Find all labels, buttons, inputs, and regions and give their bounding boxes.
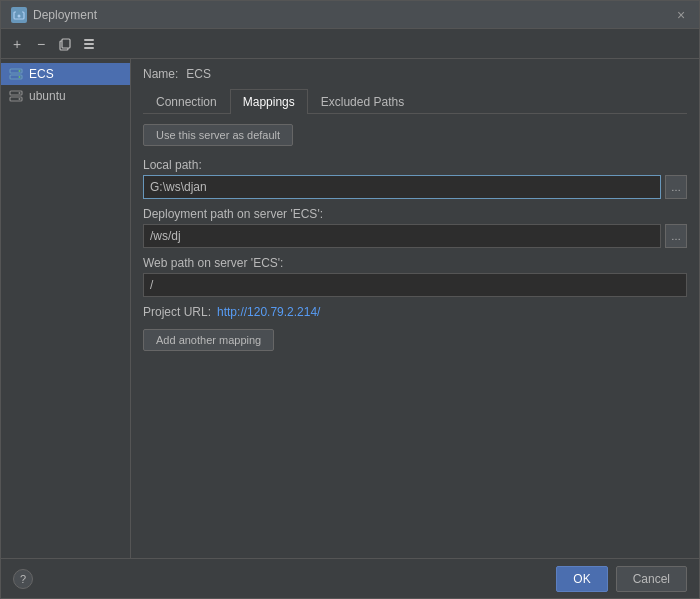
use-default-button[interactable]: Use this server as default: [143, 124, 293, 146]
close-button[interactable]: ×: [673, 7, 689, 23]
sidebar-item-ecs[interactable]: ECS: [1, 63, 130, 85]
svg-point-15: [19, 98, 21, 100]
footer-right: OK Cancel: [556, 566, 687, 592]
web-path-input[interactable]: [143, 273, 687, 297]
local-path-label: Local path:: [143, 158, 687, 172]
local-path-row: …: [143, 175, 687, 199]
move-server-button[interactable]: [79, 34, 99, 54]
deployment-path-row: …: [143, 224, 687, 248]
svg-point-13: [19, 92, 21, 94]
tab-mappings[interactable]: Mappings: [230, 89, 308, 114]
tab-connection[interactable]: Connection: [143, 89, 230, 114]
tab-excluded-paths[interactable]: Excluded Paths: [308, 89, 417, 114]
project-url-link[interactable]: http://120.79.2.214/: [217, 305, 320, 319]
sidebar-item-ubuntu-label: ubuntu: [29, 89, 66, 103]
deployment-path-group: Deployment path on server 'ECS': …: [143, 207, 687, 248]
project-url-row: Project URL: http://120.79.2.214/: [143, 305, 687, 319]
server-icon-ecs: [9, 67, 23, 81]
copy-server-button[interactable]: [55, 34, 75, 54]
dialog-title: Deployment: [33, 8, 97, 22]
name-label: Name:: [143, 67, 178, 81]
name-value: ECS: [186, 67, 211, 81]
toolbar: + −: [1, 29, 699, 59]
svg-rect-1: [16, 10, 22, 14]
footer-left: ?: [13, 569, 33, 589]
server-icon-ubuntu: [9, 89, 23, 103]
svg-point-2: [18, 14, 21, 17]
deployment-icon: [11, 7, 27, 23]
name-row: Name: ECS: [143, 67, 687, 81]
title-bar: Deployment ×: [1, 1, 699, 29]
add-mapping-button[interactable]: Add another mapping: [143, 329, 274, 351]
help-button[interactable]: ?: [13, 569, 33, 589]
deployment-dialog: Deployment × + −: [0, 0, 700, 599]
svg-rect-6: [84, 43, 94, 45]
project-url-label: Project URL:: [143, 305, 211, 319]
deployment-path-browse-button[interactable]: …: [665, 224, 687, 248]
sidebar-item-ubuntu[interactable]: ubuntu: [1, 85, 130, 107]
web-path-row: [143, 273, 687, 297]
svg-rect-4: [62, 39, 70, 48]
svg-rect-7: [84, 47, 94, 49]
content-area: ECS ubuntu Name: ECS: [1, 59, 699, 558]
deployment-path-input[interactable]: [143, 224, 661, 248]
cancel-button[interactable]: Cancel: [616, 566, 687, 592]
title-bar-left: Deployment: [11, 7, 97, 23]
svg-rect-5: [84, 39, 94, 41]
footer: ? OK Cancel: [1, 558, 699, 598]
ok-button[interactable]: OK: [556, 566, 607, 592]
local-path-input[interactable]: [143, 175, 661, 199]
tabs: Connection Mappings Excluded Paths: [143, 89, 687, 114]
sidebar: ECS ubuntu: [1, 59, 131, 558]
local-path-browse-button[interactable]: …: [665, 175, 687, 199]
remove-server-button[interactable]: −: [31, 34, 51, 54]
sidebar-item-ecs-label: ECS: [29, 67, 54, 81]
web-path-group: Web path on server 'ECS':: [143, 256, 687, 297]
web-path-label: Web path on server 'ECS':: [143, 256, 687, 270]
svg-point-9: [19, 70, 21, 72]
deployment-path-label: Deployment path on server 'ECS':: [143, 207, 687, 221]
svg-point-11: [19, 76, 21, 78]
main-panel: Name: ECS Connection Mappings Excluded P…: [131, 59, 699, 558]
local-path-group: Local path: …: [143, 158, 687, 199]
add-server-button[interactable]: +: [7, 34, 27, 54]
